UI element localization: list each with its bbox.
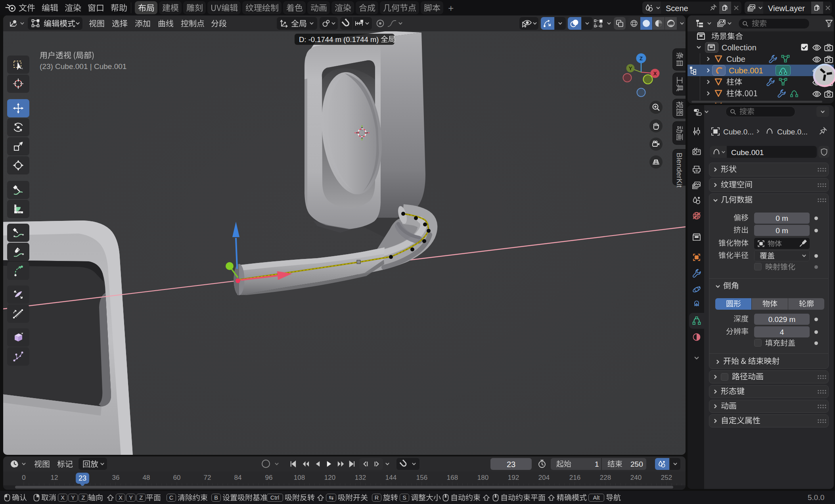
svg-text:Z: Z: [640, 56, 643, 61]
svg-text:X: X: [653, 71, 657, 77]
svg-text:Y: Y: [629, 65, 632, 71]
svg-text:23: 23: [79, 474, 86, 482]
